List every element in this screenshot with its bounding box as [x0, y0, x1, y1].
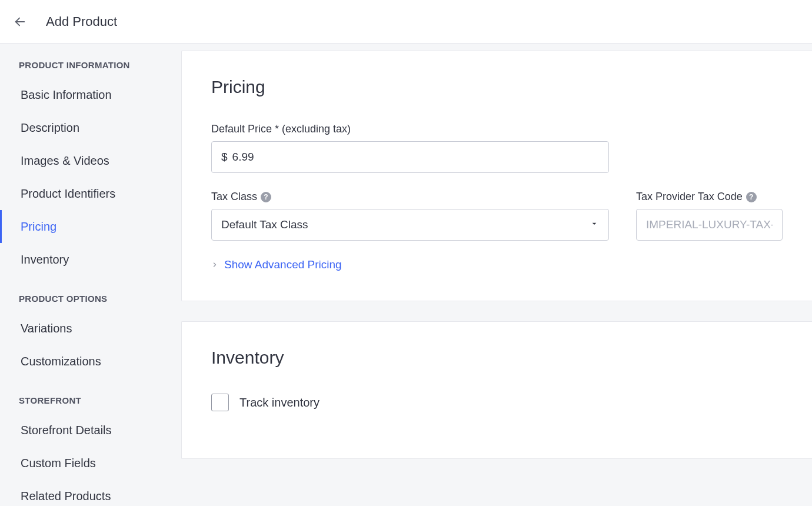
sidebar-item-related-products[interactable]: Related Products [0, 480, 181, 506]
pricing-title: Pricing [211, 77, 783, 97]
tax-class-value: Default Tax Class [221, 218, 308, 231]
tax-code-input[interactable] [636, 209, 783, 241]
sidebar-item-product-identifiers[interactable]: Product Identifiers [0, 177, 181, 210]
sidebar-section-title-storefront: STOREFRONT [0, 378, 181, 414]
default-price-input[interactable] [232, 151, 599, 164]
sidebar-item-basic-information[interactable]: Basic Information [0, 78, 181, 111]
tax-class-select[interactable]: Default Tax Class [211, 209, 609, 241]
arrow-left-icon [14, 15, 26, 28]
help-icon[interactable]: ? [261, 192, 271, 202]
pricing-panel: Pricing Default Price * (excluding tax) … [181, 51, 812, 301]
sidebar: PRODUCT INFORMATION Basic Information De… [0, 44, 181, 506]
sidebar-item-images-videos[interactable]: Images & Videos [0, 144, 181, 177]
tax-code-label: Tax Provider Tax Code ? [636, 191, 783, 203]
main-content: Pricing Default Price * (excluding tax) … [181, 44, 812, 506]
tax-class-label: Tax Class ? [211, 191, 609, 203]
inventory-title: Inventory [211, 348, 783, 368]
advanced-pricing-link-text: Show Advanced Pricing [224, 258, 342, 271]
back-button[interactable] [11, 12, 29, 31]
default-price-label: Default Price * (excluding tax) [211, 123, 609, 135]
help-icon[interactable]: ? [746, 192, 757, 202]
inventory-panel: Inventory Track inventory [181, 321, 812, 459]
track-inventory-label: Track inventory [239, 396, 320, 410]
track-inventory-checkbox[interactable] [211, 394, 229, 411]
currency-prefix: $ [221, 151, 228, 164]
tax-code-label-text: Tax Provider Tax Code [636, 191, 743, 203]
sidebar-item-variations[interactable]: Variations [0, 312, 181, 345]
page-title: Add Product [46, 14, 117, 29]
sidebar-item-inventory[interactable]: Inventory [0, 243, 181, 276]
default-price-input-wrap[interactable]: $ [211, 141, 609, 173]
show-advanced-pricing-link[interactable]: Show Advanced Pricing [211, 258, 783, 271]
caret-down-icon [590, 218, 599, 231]
sidebar-item-custom-fields[interactable]: Custom Fields [0, 447, 181, 480]
sidebar-item-customizations[interactable]: Customizations [0, 345, 181, 378]
header: Add Product [0, 0, 812, 44]
sidebar-item-description[interactable]: Description [0, 111, 181, 144]
sidebar-item-storefront-details[interactable]: Storefront Details [0, 414, 181, 447]
tax-class-label-text: Tax Class [211, 191, 257, 203]
sidebar-section-title-product-information: PRODUCT INFORMATION [0, 56, 181, 78]
track-inventory-row: Track inventory [211, 394, 783, 411]
sidebar-section-title-product-options: PRODUCT OPTIONS [0, 276, 181, 312]
chevron-right-icon [211, 261, 218, 268]
sidebar-item-pricing[interactable]: Pricing [0, 210, 181, 243]
